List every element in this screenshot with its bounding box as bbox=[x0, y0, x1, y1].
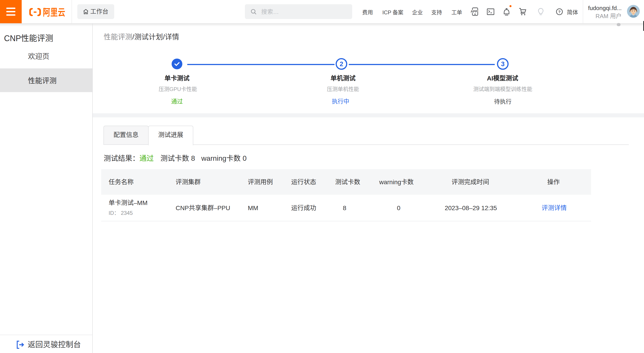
svg-text:APP: APP bbox=[470, 10, 478, 13]
svg-text:?: ? bbox=[558, 10, 560, 14]
